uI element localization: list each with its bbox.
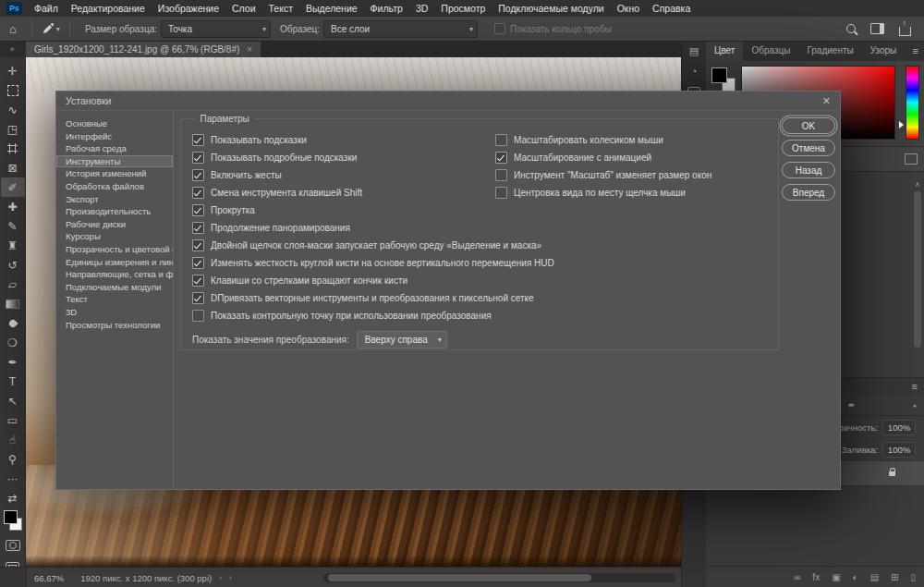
prefs-scratch-disks[interactable]: Рабочие диски bbox=[56, 218, 173, 231]
opt-show-reference-point[interactable]: Показать контрольную точку при использов… bbox=[192, 307, 554, 324]
collapsed-panel-icon[interactable]: ◔ bbox=[682, 61, 706, 81]
transform-values-select[interactable]: Вверху справа ▾ bbox=[357, 331, 447, 349]
tab-swatches[interactable]: Образцы bbox=[743, 41, 798, 61]
prefs-type[interactable]: Текст bbox=[56, 293, 173, 306]
checkbox-box[interactable] bbox=[192, 292, 204, 304]
foreground-color-swatch[interactable] bbox=[711, 67, 727, 83]
layer-effects-icon[interactable]: fx bbox=[812, 572, 820, 582]
checkbox-box[interactable] bbox=[495, 187, 507, 199]
brush-tool[interactable]: ✎ bbox=[1, 216, 25, 236]
prefs-plugins[interactable]: Подключаемые модули bbox=[56, 281, 173, 294]
prefs-performance[interactable]: Производительность bbox=[56, 205, 173, 218]
clone-stamp-tool[interactable]: ♜ bbox=[1, 236, 25, 255]
opt-zoom-resizes-windows[interactable]: Инструмент "Масштаб" изменяет размер око… bbox=[495, 166, 711, 184]
delete-layer-icon[interactable]: ▯ bbox=[910, 572, 916, 582]
menu-layers[interactable]: Слои bbox=[225, 0, 262, 17]
menu-view[interactable]: Просмотр bbox=[434, 0, 492, 17]
checkbox-box[interactable] bbox=[192, 239, 204, 251]
document-tab[interactable]: Girls_1920x1200_112-241.jpg @ 66,7% (RGB… bbox=[26, 41, 261, 57]
workspace-icon[interactable] bbox=[870, 23, 884, 34]
checkbox-box[interactable] bbox=[495, 169, 507, 181]
menu-3d[interactable]: 3D bbox=[409, 0, 434, 17]
dialog-title-bar[interactable]: Установки ✕ bbox=[56, 92, 840, 111]
sample-size-select[interactable]: Точка ▾ bbox=[161, 20, 271, 38]
opt-zoom-clicked-point[interactable]: Центровка вида по месту щелчка мыши bbox=[495, 184, 711, 202]
home-icon[interactable]: ⌂ bbox=[9, 22, 17, 36]
hue-strip[interactable] bbox=[906, 66, 919, 140]
next-button[interactable]: Вперед bbox=[782, 184, 835, 201]
prefs-tools[interactable]: Инструменты bbox=[56, 155, 173, 168]
frame-tool[interactable]: ⊠ bbox=[1, 158, 25, 177]
checkbox-box[interactable] bbox=[192, 257, 204, 269]
foreground-background-swatches[interactable] bbox=[3, 510, 23, 531]
layer-mask-icon[interactable]: ▣ bbox=[832, 572, 840, 582]
prefs-history[interactable]: История изменений bbox=[56, 167, 173, 180]
prefs-units-rulers[interactable]: Единицы измерения и линейки bbox=[56, 256, 173, 269]
panel-menu-icon[interactable]: ≡ bbox=[913, 45, 918, 56]
blur-tool[interactable] bbox=[1, 313, 25, 333]
opt-hud-hardness[interactable]: Изменять жесткость круглой кисти на осно… bbox=[192, 254, 554, 272]
opt-animated-zoom[interactable]: Масштабирование с анимацией bbox=[495, 149, 711, 166]
scroll-up-icon[interactable]: ∧ bbox=[913, 180, 922, 189]
prefs-transparency-gamut[interactable]: Прозрачность и цветовой охват bbox=[56, 243, 173, 256]
hue-slider-arrow[interactable] bbox=[899, 121, 904, 128]
scrollbar-thumb[interactable] bbox=[328, 574, 591, 581]
filter-pin-icon[interactable]: ● bbox=[913, 402, 917, 409]
fill-value[interactable]: 100% bbox=[882, 442, 916, 458]
cancel-button[interactable]: Отмена bbox=[782, 140, 835, 156]
move-tool[interactable]: ✛ bbox=[1, 61, 25, 80]
type-tool[interactable]: T bbox=[1, 372, 25, 391]
history-brush-tool[interactable]: ↺ bbox=[1, 255, 25, 275]
healing-brush-tool[interactable]: ✚ bbox=[1, 197, 25, 216]
checkbox-box[interactable] bbox=[192, 152, 204, 164]
checkbox-box[interactable] bbox=[192, 204, 204, 216]
menu-file[interactable]: Файл bbox=[28, 0, 65, 17]
crop-tool[interactable] bbox=[1, 139, 25, 158]
color-panel-swatches[interactable] bbox=[711, 67, 736, 92]
foreground-color-swatch[interactable] bbox=[4, 510, 18, 524]
ok-button[interactable]: OK bbox=[782, 117, 835, 134]
dodge-tool[interactable]: ❍ bbox=[1, 333, 25, 352]
show-sampling-ring-checkbox[interactable]: Показать кольцо пробы bbox=[494, 23, 612, 34]
prefs-general[interactable]: Основные bbox=[56, 117, 173, 130]
checkbox-box[interactable] bbox=[192, 310, 204, 322]
prefs-workspace[interactable]: Рабочая среда bbox=[56, 142, 173, 155]
menu-window[interactable]: Окно bbox=[611, 0, 646, 17]
filter-pen-icon[interactable]: ✒ bbox=[848, 400, 856, 410]
gradient-tool[interactable] bbox=[1, 294, 25, 313]
collapsed-panel-icon[interactable]: ▤ bbox=[682, 41, 706, 61]
prefs-guides-grid-slices[interactable]: Направляющие, сетка и фрагменты bbox=[56, 268, 173, 281]
quick-mask-button[interactable] bbox=[6, 540, 20, 551]
menu-type[interactable]: Текст bbox=[262, 0, 299, 17]
prefs-3d[interactable]: 3D bbox=[56, 306, 173, 319]
share-icon[interactable] bbox=[899, 27, 911, 36]
tab-overflow-icon[interactable]: » bbox=[0, 44, 24, 54]
photoshop-logo[interactable]: Ps bbox=[6, 2, 22, 15]
prefs-cursors[interactable]: Курсоры bbox=[56, 230, 173, 243]
search-icon[interactable] bbox=[846, 24, 856, 33]
tab-gradients[interactable]: Градиенты bbox=[798, 41, 861, 61]
menu-select[interactable]: Выделение bbox=[299, 0, 364, 17]
scroll-left-icon[interactable]: ‹ bbox=[229, 573, 232, 582]
sample-select[interactable]: Все слои ▾ bbox=[323, 20, 478, 38]
lock-icon[interactable] bbox=[889, 471, 895, 476]
object-selection-tool[interactable]: ◳ bbox=[1, 119, 25, 139]
eyedropper-tool[interactable]: ✐ bbox=[1, 177, 25, 197]
opt-arrow-keys-rotate[interactable]: Клавиши со стрелками вращают кончик кист… bbox=[192, 272, 554, 289]
menu-edit[interactable]: Редактирование bbox=[65, 0, 152, 17]
scrollbar-thumb[interactable] bbox=[914, 191, 921, 348]
prefs-export[interactable]: Экспорт bbox=[56, 193, 173, 206]
panel-menu-icon[interactable]: ≡ bbox=[912, 381, 918, 392]
tab-color[interactable]: Цвет bbox=[706, 41, 743, 61]
eraser-tool[interactable]: ▱ bbox=[1, 275, 25, 294]
layer-group-icon[interactable]: ▤ bbox=[870, 572, 879, 582]
checkbox-box[interactable] bbox=[192, 187, 204, 199]
close-dialog-icon[interactable]: ✕ bbox=[822, 95, 831, 107]
opt-doubleclick-mask[interactable]: Двойной щелчок слоя-маски запускает рабо… bbox=[192, 237, 554, 254]
panel-scrollbar[interactable]: ∧ bbox=[913, 180, 922, 371]
swap-colors[interactable]: ⇄ bbox=[1, 488, 25, 508]
prefs-interface[interactable]: Интерфейс bbox=[56, 130, 173, 143]
menu-help[interactable]: Справка bbox=[646, 0, 697, 17]
menu-image[interactable]: Изображение bbox=[152, 0, 225, 17]
checkbox-box[interactable] bbox=[192, 134, 204, 146]
